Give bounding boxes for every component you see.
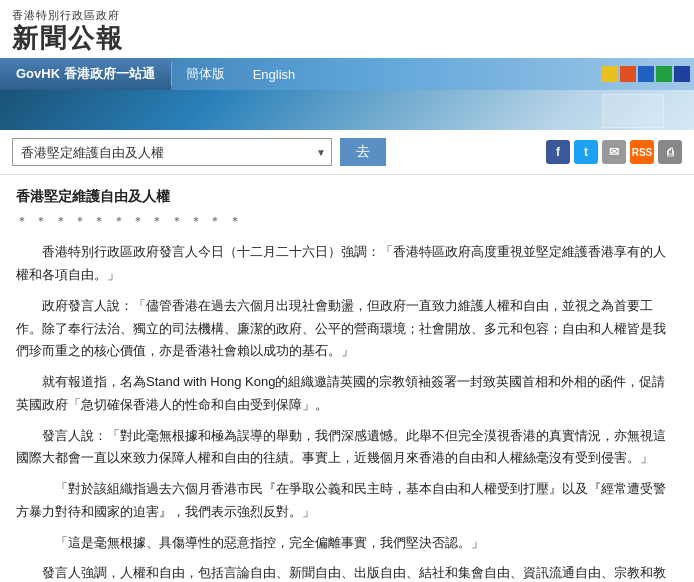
page-header: 香港特別行政區政府 新聞公報 <box>0 0 694 58</box>
rss-icon[interactable]: RSS <box>630 140 654 164</box>
paragraph-3: 就有報道指，名為Stand with Hong Kong的組織邀請英國的宗教領袖… <box>16 371 678 417</box>
article-title: 香港堅定維護自由及人權 <box>16 185 678 209</box>
header-title: 新聞公報 <box>12 23 682 54</box>
stars-divider: ＊ ＊ ＊ ＊ ＊ ＊ ＊ ＊ ＊ ＊ ＊ ＊ <box>16 211 678 231</box>
nav-govhk-link[interactable]: GovHK 香港政府一站通 <box>0 58 171 90</box>
social-icons: f t ✉ RSS ⎙ <box>546 140 682 164</box>
paragraph-4: 發言人說：「對此毫無根據和極為誤導的舉動，我們深感遺憾。此舉不但完全漠視香港的真… <box>16 425 678 471</box>
toolbar: 香港堅定維護自由及人權 ▼ 去 f t ✉ RSS ⎙ <box>0 130 694 175</box>
paragraph-1: 香港特別行政區政府發言人今日（十二月二十六日）強調：「香港特區政府高度重視並堅定… <box>16 241 678 287</box>
nav-english-link[interactable]: English <box>239 58 310 90</box>
color-squares <box>602 66 690 82</box>
header-subtitle: 香港特別行政區政府 <box>12 8 682 23</box>
twitter-icon[interactable]: t <box>574 140 598 164</box>
go-button[interactable]: 去 <box>340 138 386 166</box>
paragraph-6: 「這是毫無根據、具傷導性的惡意指控，完全偏離事實，我們堅決否認。」 <box>16 532 678 555</box>
article-content: 香港堅定維護自由及人權 ＊ ＊ ＊ ＊ ＊ ＊ ＊ ＊ ＊ ＊ ＊ ＊ 香港特別… <box>0 175 694 582</box>
red-square <box>620 66 636 82</box>
banner-strip <box>0 90 694 130</box>
facebook-icon[interactable]: f <box>546 140 570 164</box>
email-icon[interactable]: ✉ <box>602 140 626 164</box>
nav-bar: GovHK 香港政府一站通 簡体版 English <box>0 58 694 90</box>
green-square <box>656 66 672 82</box>
paragraph-5: 「對於該組織指過去六個月香港市民『在爭取公義和民主時，基本自由和人權受到打壓』以… <box>16 478 678 524</box>
yellow-square <box>602 66 618 82</box>
nav-right-decoration <box>602 58 694 90</box>
select-wrapper: 香港堅定維護自由及人權 ▼ <box>12 138 332 166</box>
blue-square-1 <box>638 66 654 82</box>
blue-square-2 <box>674 66 690 82</box>
nav-simplified-link[interactable]: 簡体版 <box>172 58 239 90</box>
topic-select[interactable]: 香港堅定維護自由及人權 <box>12 138 332 166</box>
paragraph-2: 政府發言人說：「儘管香港在過去六個月出現社會動盪，但政府一直致力維護人權和自由，… <box>16 295 678 363</box>
print-icon[interactable]: ⎙ <box>658 140 682 164</box>
paragraph-7: 發言人強調，人權和自由，包括言論自由、新聞自由、出版自由、結社和集會自由、資訊流… <box>16 562 678 582</box>
